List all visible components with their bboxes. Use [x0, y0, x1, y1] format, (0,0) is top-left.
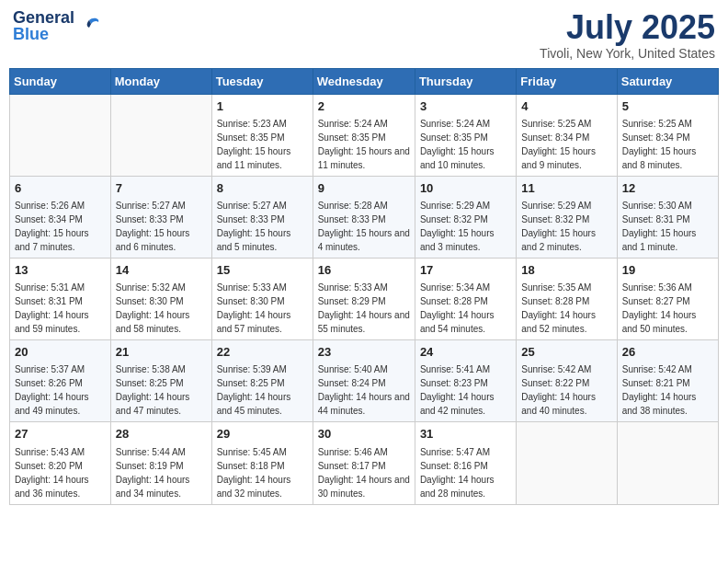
day-info: Sunrise: 5:26 AMSunset: 8:34 PMDaylight:… [15, 199, 106, 254]
day-number: 14 [116, 262, 207, 279]
logo-bird-icon [76, 13, 102, 39]
calendar-cell: 22Sunrise: 5:39 AMSunset: 8:25 PMDayligh… [211, 340, 313, 422]
day-info: Sunrise: 5:34 AMSunset: 8:28 PMDaylight:… [420, 281, 511, 336]
calendar-cell [110, 94, 211, 176]
calendar-cell: 4Sunrise: 5:25 AMSunset: 8:34 PMDaylight… [517, 94, 617, 176]
day-number: 19 [622, 262, 713, 279]
calendar-cell: 9Sunrise: 5:28 AMSunset: 8:33 PMDaylight… [313, 176, 415, 258]
day-number: 23 [318, 344, 410, 361]
week-row-1: 1Sunrise: 5:23 AMSunset: 8:35 PMDaylight… [10, 94, 719, 176]
calendar-cell: 14Sunrise: 5:32 AMSunset: 8:30 PMDayligh… [110, 258, 211, 339]
calendar-cell: 19Sunrise: 5:36 AMSunset: 8:27 PMDayligh… [617, 258, 718, 339]
week-row-4: 20Sunrise: 5:37 AMSunset: 8:26 PMDayligh… [10, 340, 719, 422]
day-number: 4 [521, 98, 611, 115]
calendar-cell [517, 422, 617, 504]
calendar-cell: 12Sunrise: 5:30 AMSunset: 8:31 PMDayligh… [617, 176, 718, 258]
weekday-header-friday: Friday [517, 68, 617, 94]
day-number: 2 [318, 98, 410, 115]
day-info: Sunrise: 5:35 AMSunset: 8:28 PMDaylight:… [521, 281, 611, 336]
logo: General Blue [13, 9, 102, 42]
calendar-table: SundayMondayTuesdayWednesdayThursdayFrid… [9, 68, 719, 505]
day-info: Sunrise: 5:29 AMSunset: 8:32 PMDaylight:… [420, 199, 511, 254]
day-info: Sunrise: 5:46 AMSunset: 8:17 PMDaylight:… [318, 445, 410, 500]
calendar-cell: 31Sunrise: 5:47 AMSunset: 8:16 PMDayligh… [415, 422, 516, 504]
day-info: Sunrise: 5:25 AMSunset: 8:34 PMDaylight:… [622, 117, 713, 172]
day-number: 12 [622, 180, 713, 197]
weekday-header-sunday: Sunday [10, 68, 111, 94]
page-header: General Blue July 2025 Tivoli, New York,… [9, 9, 719, 61]
day-number: 8 [217, 180, 308, 197]
day-info: Sunrise: 5:43 AMSunset: 8:20 PMDaylight:… [15, 445, 106, 500]
day-info: Sunrise: 5:30 AMSunset: 8:31 PMDaylight:… [622, 199, 713, 254]
calendar-cell: 5Sunrise: 5:25 AMSunset: 8:34 PMDaylight… [617, 94, 718, 176]
day-info: Sunrise: 5:39 AMSunset: 8:25 PMDaylight:… [217, 362, 308, 418]
day-number: 21 [116, 344, 207, 361]
day-number: 27 [15, 426, 106, 442]
calendar-cell: 18Sunrise: 5:35 AMSunset: 8:28 PMDayligh… [517, 258, 617, 339]
day-number: 18 [521, 262, 611, 279]
day-number: 24 [420, 344, 511, 361]
day-number: 26 [622, 344, 713, 361]
calendar-cell: 23Sunrise: 5:40 AMSunset: 8:24 PMDayligh… [313, 340, 415, 422]
day-number: 13 [15, 262, 106, 279]
calendar-cell: 1Sunrise: 5:23 AMSunset: 8:35 PMDaylight… [211, 94, 313, 176]
day-info: Sunrise: 5:24 AMSunset: 8:35 PMDaylight:… [318, 117, 410, 172]
weekday-header-monday: Monday [110, 68, 211, 94]
day-info: Sunrise: 5:31 AMSunset: 8:31 PMDaylight:… [15, 281, 106, 336]
week-row-5: 27Sunrise: 5:43 AMSunset: 8:20 PMDayligh… [10, 422, 719, 504]
day-info: Sunrise: 5:42 AMSunset: 8:22 PMDaylight:… [521, 362, 611, 418]
weekday-header-wednesday: Wednesday [313, 68, 415, 94]
calendar-cell: 11Sunrise: 5:29 AMSunset: 8:32 PMDayligh… [517, 176, 617, 258]
day-info: Sunrise: 5:27 AMSunset: 8:33 PMDaylight:… [116, 199, 207, 254]
day-number: 20 [15, 344, 106, 361]
calendar-cell: 30Sunrise: 5:46 AMSunset: 8:17 PMDayligh… [313, 422, 415, 504]
day-info: Sunrise: 5:41 AMSunset: 8:23 PMDaylight:… [420, 362, 511, 418]
calendar-cell [617, 422, 718, 504]
day-number: 9 [318, 180, 410, 197]
weekday-header-row: SundayMondayTuesdayWednesdayThursdayFrid… [10, 68, 719, 94]
calendar-cell: 6Sunrise: 5:26 AMSunset: 8:34 PMDaylight… [10, 176, 111, 258]
calendar-cell: 24Sunrise: 5:41 AMSunset: 8:23 PMDayligh… [415, 340, 516, 422]
day-number: 15 [217, 262, 308, 279]
day-number: 16 [318, 262, 410, 279]
calendar-cell: 28Sunrise: 5:44 AMSunset: 8:19 PMDayligh… [110, 422, 211, 504]
day-number: 6 [15, 180, 106, 197]
calendar-cell: 26Sunrise: 5:42 AMSunset: 8:21 PMDayligh… [617, 340, 718, 422]
day-info: Sunrise: 5:33 AMSunset: 8:29 PMDaylight:… [318, 281, 410, 336]
calendar-cell: 16Sunrise: 5:33 AMSunset: 8:29 PMDayligh… [313, 258, 415, 339]
weekday-header-tuesday: Tuesday [211, 68, 313, 94]
day-info: Sunrise: 5:42 AMSunset: 8:21 PMDaylight:… [622, 362, 713, 418]
day-number: 22 [217, 344, 308, 361]
calendar-cell: 29Sunrise: 5:45 AMSunset: 8:18 PMDayligh… [211, 422, 313, 504]
logo-blue: Blue [13, 26, 74, 42]
calendar-cell: 3Sunrise: 5:24 AMSunset: 8:35 PMDaylight… [415, 94, 516, 176]
calendar-cell: 17Sunrise: 5:34 AMSunset: 8:28 PMDayligh… [415, 258, 516, 339]
day-number: 28 [116, 426, 207, 442]
calendar-cell: 2Sunrise: 5:24 AMSunset: 8:35 PMDaylight… [313, 94, 415, 176]
calendar-cell: 13Sunrise: 5:31 AMSunset: 8:31 PMDayligh… [10, 258, 111, 339]
day-info: Sunrise: 5:47 AMSunset: 8:16 PMDaylight:… [420, 445, 511, 500]
day-number: 5 [622, 98, 713, 115]
day-number: 1 [217, 98, 308, 115]
day-info: Sunrise: 5:45 AMSunset: 8:18 PMDaylight:… [217, 445, 308, 500]
day-info: Sunrise: 5:27 AMSunset: 8:33 PMDaylight:… [217, 199, 308, 254]
weekday-header-thursday: Thursday [415, 68, 516, 94]
day-info: Sunrise: 5:33 AMSunset: 8:30 PMDaylight:… [217, 281, 308, 336]
day-info: Sunrise: 5:32 AMSunset: 8:30 PMDaylight:… [116, 281, 207, 336]
day-number: 10 [420, 180, 511, 197]
day-number: 30 [318, 426, 410, 442]
day-info: Sunrise: 5:25 AMSunset: 8:34 PMDaylight:… [521, 117, 611, 172]
week-row-3: 13Sunrise: 5:31 AMSunset: 8:31 PMDayligh… [10, 258, 719, 339]
day-info: Sunrise: 5:28 AMSunset: 8:33 PMDaylight:… [318, 199, 410, 254]
day-number: 17 [420, 262, 511, 279]
week-row-2: 6Sunrise: 5:26 AMSunset: 8:34 PMDaylight… [10, 176, 719, 258]
location: Tivoli, New York, United States [540, 46, 715, 61]
day-info: Sunrise: 5:24 AMSunset: 8:35 PMDaylight:… [420, 117, 511, 172]
calendar-cell: 10Sunrise: 5:29 AMSunset: 8:32 PMDayligh… [415, 176, 516, 258]
day-info: Sunrise: 5:29 AMSunset: 8:32 PMDaylight:… [521, 199, 611, 254]
day-number: 25 [521, 344, 611, 361]
weekday-header-saturday: Saturday [617, 68, 718, 94]
logo-general: General [13, 9, 74, 26]
calendar-cell: 21Sunrise: 5:38 AMSunset: 8:25 PMDayligh… [110, 340, 211, 422]
month-title: July 2025 [540, 9, 715, 46]
